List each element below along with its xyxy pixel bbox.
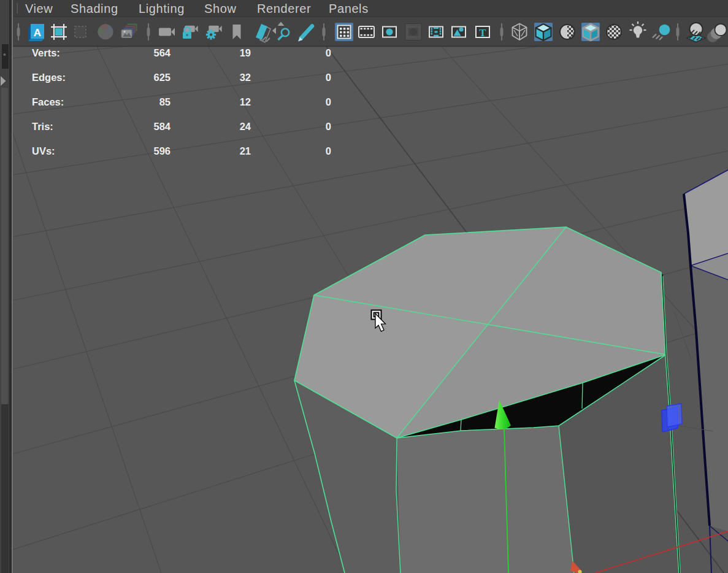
- svg-text:564: 564: [153, 47, 171, 58]
- svg-text:View: View: [25, 2, 53, 15]
- svg-text:21: 21: [240, 145, 251, 156]
- svg-text:Verts:: Verts:: [32, 47, 60, 58]
- svg-text:Panels: Panels: [329, 2, 369, 15]
- svg-text:32: 32: [240, 72, 251, 83]
- svg-text:Tris:: Tris:: [32, 121, 53, 132]
- svg-text:Shading: Shading: [71, 2, 118, 15]
- svg-text:24: 24: [240, 121, 251, 132]
- svg-text:T: T: [479, 27, 486, 39]
- svg-text:19: 19: [240, 47, 251, 58]
- svg-text:0: 0: [326, 96, 331, 107]
- svg-text:0: 0: [326, 145, 331, 156]
- svg-text:584: 584: [153, 121, 171, 132]
- svg-text:596: 596: [153, 145, 171, 156]
- svg-text:UVs:: UVs:: [32, 145, 55, 156]
- svg-text:12: 12: [240, 96, 251, 107]
- svg-text:A: A: [34, 27, 41, 39]
- svg-text:85: 85: [159, 96, 171, 107]
- svg-text:0: 0: [326, 47, 331, 58]
- svg-text:0: 0: [326, 72, 331, 83]
- svg-text:Renderer: Renderer: [257, 2, 311, 15]
- svg-text:0: 0: [326, 121, 331, 132]
- svg-text:Show: Show: [204, 2, 236, 15]
- svg-text:Faces:: Faces:: [32, 96, 64, 107]
- svg-text:Edges:: Edges:: [32, 72, 66, 83]
- svg-text:625: 625: [153, 72, 171, 83]
- svg-text:Lighting: Lighting: [139, 2, 185, 15]
